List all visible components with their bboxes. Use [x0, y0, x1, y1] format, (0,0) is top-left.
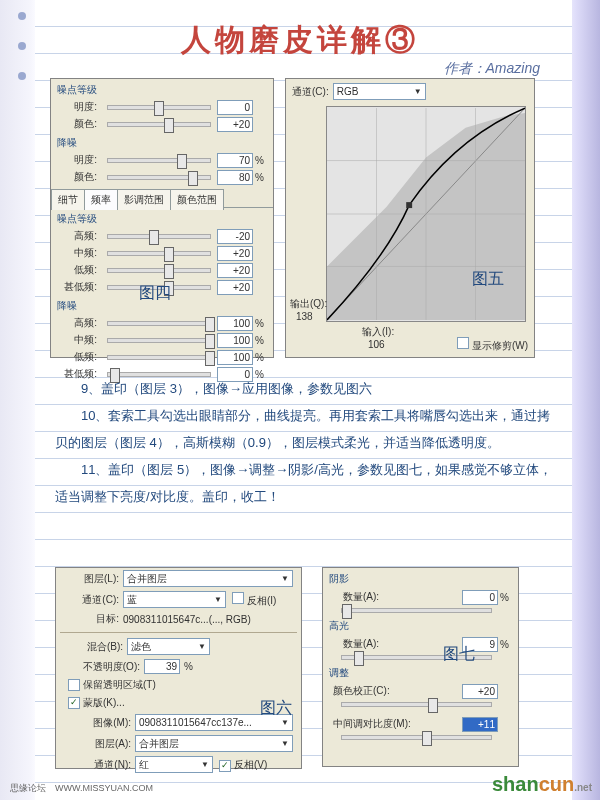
- checkbox[interactable]: [457, 337, 469, 349]
- slider[interactable]: [107, 122, 211, 127]
- author: 作者：Amazing: [444, 60, 540, 78]
- svg-rect-8: [406, 202, 412, 208]
- combo[interactable]: 合并图层▼: [123, 570, 293, 587]
- fig6-label: 图六: [260, 698, 292, 719]
- tab[interactable]: 影调范围: [117, 189, 171, 210]
- channel-combo[interactable]: RGB▼: [333, 83, 426, 100]
- watermark: shancun.net: [492, 773, 592, 796]
- panel-fig6: 图层(L):合并图层▼ 通道(C):蓝▼反相(I) 目标:09083110156…: [55, 567, 302, 769]
- fig4-label: 图四: [139, 283, 171, 304]
- panel-fig5: 通道(C):RGB▼ 输出(Q):138 输入(I):106 显示修剪(W) 图…: [285, 78, 535, 358]
- fig7-label: 图七: [443, 644, 475, 665]
- slider[interactable]: [107, 105, 211, 110]
- footer: 思缘论坛 WWW.MISSYUAN.COM: [10, 782, 153, 795]
- tab[interactable]: 频率: [84, 189, 118, 210]
- fig5-label: 图五: [472, 269, 504, 290]
- tab[interactable]: 颜色范围: [170, 189, 224, 210]
- tab-row: 细节频率影调范围颜色范围: [51, 187, 273, 208]
- panel-fig7: 阴影 数量(A):0% 高光 数量(A):9% 调整 颜色校正(C):+20 中…: [322, 567, 519, 767]
- val[interactable]: 0: [217, 100, 253, 115]
- page-title: 人物磨皮详解③: [0, 20, 600, 61]
- body-text: 9、盖印（图层 3），图像→应用图像，参数见图六 10、套索工具勾选出眼睛部分，…: [55, 375, 555, 510]
- tab[interactable]: 细节: [51, 189, 85, 210]
- noise-group-label: 噪点等级: [57, 83, 267, 97]
- panel-fig4: 噪点等级 明度:0 颜色:+20 降噪 明度:70% 颜色:80% 细节频率影调…: [50, 78, 274, 358]
